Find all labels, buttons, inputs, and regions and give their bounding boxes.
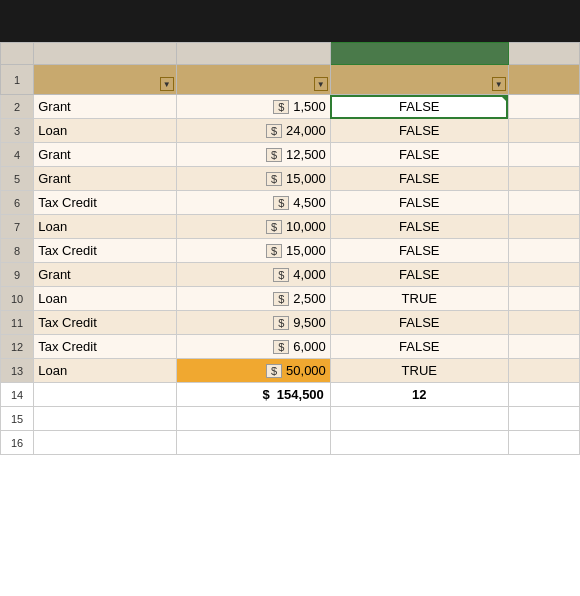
formula-bar [0, 0, 580, 42]
funding-cell[interactable]: $4,000 [176, 263, 330, 287]
table-row: 9Grant$4,000FALSE [1, 263, 580, 287]
empty-cell [508, 407, 579, 431]
table-row: 8Tax Credit$15,000FALSE [1, 239, 580, 263]
funding-cell[interactable]: $9,500 [176, 311, 330, 335]
funding-type-cell[interactable]: Loan [34, 119, 176, 143]
empty-cell [34, 407, 176, 431]
funding-amount: 10,000 [286, 219, 326, 234]
funding-cell[interactable]: $24,000 [176, 119, 330, 143]
h-cell [508, 335, 579, 359]
table-row: 7Loan$10,000FALSE [1, 215, 580, 239]
funding-amount: 4,500 [293, 195, 326, 210]
funding-type-cell[interactable]: Loan [34, 359, 176, 383]
fast-track-cell[interactable]: FALSE [330, 143, 508, 167]
funding-cell[interactable]: $15,000 [176, 167, 330, 191]
fast-track-cell[interactable]: FALSE [330, 335, 508, 359]
row-number: 12 [1, 335, 34, 359]
fast-track-cell[interactable]: FALSE [330, 215, 508, 239]
funding-amount: 15,000 [286, 171, 326, 186]
row-number: 8 [1, 239, 34, 263]
funding-cell[interactable]: $4,500 [176, 191, 330, 215]
funding-header: ▼ [176, 65, 330, 95]
funding-cell[interactable]: $50,000 [176, 359, 330, 383]
funding-filter-arrow[interactable]: ▼ [314, 77, 328, 91]
fast-track-cell[interactable]: FALSE [330, 119, 508, 143]
empty-cell [508, 431, 579, 455]
table-row: 12Tax Credit$6,000FALSE [1, 335, 580, 359]
fast-track-cell[interactable]: TRUE [330, 287, 508, 311]
empty-cell [176, 431, 330, 455]
funding-cell[interactable]: $6,000 [176, 335, 330, 359]
funding-type-cell[interactable]: Tax Credit [34, 335, 176, 359]
table-row: 3Loan$24,000FALSE [1, 119, 580, 143]
funding-type-filter-arrow[interactable]: ▼ [160, 77, 174, 91]
empty-cell [34, 431, 176, 455]
fast-track-header: ▼ [330, 65, 508, 95]
table-row: 2Grant$1,500FALSE [1, 95, 580, 119]
funding-cell[interactable]: $1,500 [176, 95, 330, 119]
col-h-header[interactable] [508, 43, 579, 65]
fast-track-cell[interactable]: FALSE [330, 263, 508, 287]
fast-track-cell[interactable]: FALSE [330, 311, 508, 335]
sub-header-row-num: 1 [1, 65, 34, 95]
funding-type-cell[interactable]: Loan [34, 215, 176, 239]
dollar-sign-box: $ [273, 100, 289, 114]
fast-track-filter-arrow[interactable]: ▼ [492, 77, 506, 91]
funding-type-header: ▼ [34, 65, 176, 95]
h-cell [508, 119, 579, 143]
empty-cell [330, 431, 508, 455]
funding-amount: 12,500 [286, 147, 326, 162]
sum-funding-cell: $ 154,500 [176, 383, 330, 407]
fast-track-cell[interactable]: FALSE [330, 239, 508, 263]
funding-cell[interactable]: $12,500 [176, 143, 330, 167]
active-cell-indicator [500, 95, 508, 103]
dollar-sign-box: $ [266, 220, 282, 234]
empty-row: 16 [1, 431, 580, 455]
funding-type-cell[interactable]: Tax Credit [34, 191, 176, 215]
funding-type-cell[interactable]: Grant [34, 167, 176, 191]
h-cell [508, 167, 579, 191]
sub-header-row: 1 ▼ ▼ ▼ [1, 65, 580, 95]
empty-row-number: 16 [1, 431, 34, 455]
h-cell [508, 359, 579, 383]
empty-row: 15 [1, 407, 580, 431]
funding-amount: 15,000 [286, 243, 326, 258]
row-number: 6 [1, 191, 34, 215]
funding-type-cell[interactable]: Tax Credit [34, 311, 176, 335]
funding-type-cell[interactable]: Tax Credit [34, 239, 176, 263]
sum-row: 14$ 154,50012 [1, 383, 580, 407]
fast-track-cell[interactable]: FALSE [330, 95, 508, 119]
col-g-header[interactable] [330, 43, 508, 65]
fast-track-cell[interactable]: FALSE [330, 167, 508, 191]
table-row: 4Grant$12,500FALSE [1, 143, 580, 167]
row-number: 11 [1, 311, 34, 335]
row-number: 9 [1, 263, 34, 287]
h-sub-header [508, 65, 579, 95]
h-cell [508, 263, 579, 287]
col-e-header[interactable] [34, 43, 176, 65]
funding-cell[interactable]: $10,000 [176, 215, 330, 239]
dollar-sign-box: $ [266, 148, 282, 162]
sum-row-number: 14 [1, 383, 34, 407]
funding-type-cell[interactable]: Grant [34, 263, 176, 287]
fast-track-cell[interactable]: TRUE [330, 359, 508, 383]
row-number: 13 [1, 359, 34, 383]
funding-cell[interactable]: $2,500 [176, 287, 330, 311]
funding-amount: 9,500 [293, 315, 326, 330]
empty-row-number: 15 [1, 407, 34, 431]
dollar-sign-box: $ [266, 244, 282, 258]
funding-type-cell[interactable]: Loan [34, 287, 176, 311]
h-cell [508, 239, 579, 263]
empty-cell [176, 407, 330, 431]
funding-amount: 50,000 [286, 363, 326, 378]
col-f-header[interactable] [176, 43, 330, 65]
funding-type-cell[interactable]: Grant [34, 143, 176, 167]
h-cell [508, 215, 579, 239]
funding-type-cell[interactable]: Grant [34, 95, 176, 119]
fast-track-cell[interactable]: FALSE [330, 191, 508, 215]
funding-amount: 2,500 [293, 291, 326, 306]
funding-cell[interactable]: $15,000 [176, 239, 330, 263]
dollar-sign-box: $ [273, 292, 289, 306]
row-number: 3 [1, 119, 34, 143]
table-row: 11Tax Credit$9,500FALSE [1, 311, 580, 335]
